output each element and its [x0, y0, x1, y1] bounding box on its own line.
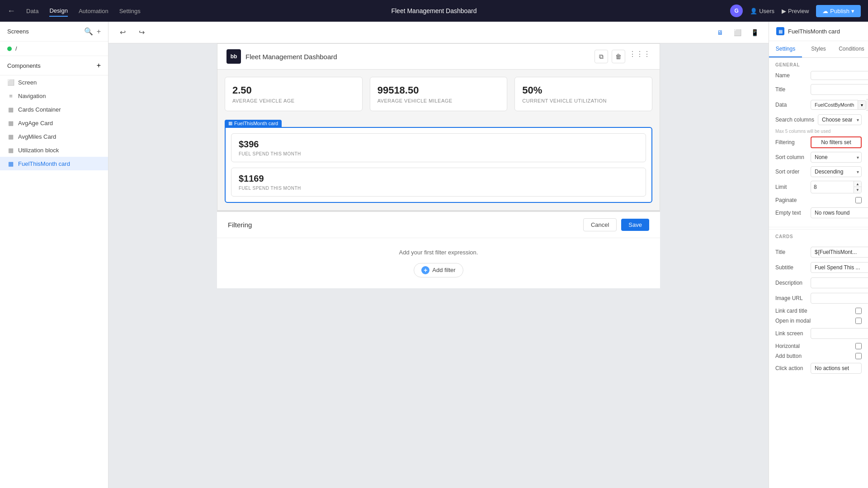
image-url-input[interactable] [811, 293, 868, 304]
open-in-modal-checkbox[interactable] [855, 318, 862, 324]
tab-settings[interactable]: Settings [769, 41, 802, 57]
filtering-panel-title: Filtering [228, 221, 252, 229]
sidebar-item-navigation[interactable]: ≡ Navigation [0, 89, 108, 103]
sort-order-select[interactable]: Descending [811, 166, 862, 177]
sidebar-item-cards-container[interactable]: ▦ Cards Container [0, 103, 108, 116]
fuel-card-2[interactable]: $1169 FUEL SPEND THIS MONTH [231, 168, 646, 197]
cancel-button[interactable]: Cancel [583, 218, 617, 231]
title-field-input[interactable] [811, 84, 868, 95]
click-action-value[interactable]: No actions set [811, 363, 862, 374]
fuel-card-container: ▦ FuelThisMonth card $396 FUEL SPEND THI… [217, 118, 660, 210]
avg-age-card[interactable]: 2.50 AVERAGE VEHICLE AGE [225, 77, 363, 111]
add-screen-icon[interactable]: + [97, 28, 101, 36]
grid-dots-icon[interactable]: ⋮⋮⋮ [629, 50, 651, 63]
filtering-field-row: Filtering No filters set [775, 136, 862, 148]
screens-actions: 🔍 + [84, 27, 101, 36]
sidebar-item-screen[interactable]: ⬜ Screen [0, 75, 108, 89]
link-screen-input[interactable] [811, 328, 868, 339]
users-button[interactable]: 👤 Users [750, 8, 774, 14]
utilization-card[interactable]: 50% CURRENT VEHICLE UTILIZATION [514, 77, 652, 111]
link-card-title-checkbox[interactable] [855, 308, 862, 314]
logo-box: bb [226, 49, 241, 64]
search-columns-select[interactable]: Choose search col... [818, 114, 862, 125]
fuel-cards-area: $396 FUEL SPEND THIS MONTH $1169 FUEL SP… [225, 127, 652, 203]
data-lightning-button[interactable]: ⚡ [866, 99, 868, 111]
preview-button[interactable]: ▶ Preview [782, 8, 809, 14]
description-label: Description [775, 280, 807, 286]
max-columns-hint: Max 5 columns will be used [775, 129, 862, 136]
canvas-area: bb Fleet Management Dashboard ⧉ 🗑 ⋮⋮⋮ 2.… [108, 43, 769, 488]
data-field-label: Data [775, 102, 807, 108]
back-button[interactable]: ← [7, 6, 15, 16]
mobile-device-button[interactable]: 📱 [748, 26, 761, 39]
tablet-device-button[interactable]: ⬜ [731, 26, 744, 39]
avg-age-value: 2.50 [232, 84, 355, 96]
dashboard-header-actions: ⧉ 🗑 ⋮⋮⋮ [594, 50, 651, 63]
empty-text-wrapper: ⚡ [811, 207, 868, 219]
screen-item-root[interactable]: / [0, 42, 108, 56]
sort-column-select[interactable]: None [811, 152, 862, 163]
sidebar-item-utilization-block[interactable]: ▦ Utilization block [0, 143, 108, 157]
subtitle-input[interactable] [811, 262, 868, 273]
sidebar-item-avgmiles-card[interactable]: ▦ AvgMiles Card [0, 130, 108, 143]
limit-input[interactable] [811, 182, 854, 192]
copy-icon-button[interactable]: ⧉ [594, 50, 608, 63]
limit-decrement[interactable]: ▼ [854, 187, 861, 193]
delete-icon-button[interactable]: 🗑 [612, 50, 625, 63]
sidebar-item-avgage-card[interactable]: ▦ AvgAge Card [0, 116, 108, 130]
publish-button[interactable]: ☁ Publish ▾ [816, 5, 861, 17]
avg-miles-value: 99518.50 [377, 84, 500, 96]
fuel-amount-1: $396 [239, 139, 638, 150]
paginate-checkbox[interactable] [855, 197, 862, 203]
fuel-card-1[interactable]: $396 FUEL SPEND THIS MONTH [231, 133, 646, 162]
dashboard-header: bb Fleet Management Dashboard ⧉ 🗑 ⋮⋮⋮ [217, 44, 660, 70]
empty-text-input[interactable] [811, 207, 868, 218]
right-panel: ▦ FuelThisMonth card Settings Styles Con… [769, 22, 868, 488]
horizontal-label: Horizontal [775, 343, 807, 349]
nav-automation[interactable]: Automation [79, 6, 108, 16]
sidebar-item-fuel-card[interactable]: ▦ FuelThisMonth card [0, 157, 108, 170]
add-filter-button[interactable]: + Add filter [414, 263, 463, 277]
data-field-dropdown[interactable]: ▾ [858, 100, 866, 110]
filtering-header: Filtering Cancel Save [217, 212, 660, 238]
card-title-input[interactable] [811, 247, 868, 258]
add-button-checkbox[interactable] [855, 353, 862, 359]
general-section: GENERAL Name Title ⚡ Data FuelCostByMont… [769, 58, 868, 225]
search-icon[interactable]: 🔍 [84, 27, 93, 36]
panel-card-icon: ▦ [776, 27, 784, 35]
horizontal-checkbox[interactable] [855, 343, 862, 349]
link-screen-row: Link screen ⚡ ▾ [775, 328, 862, 339]
redo-button[interactable]: ↪ [135, 26, 148, 39]
save-button[interactable]: Save [621, 219, 649, 231]
user-avatar[interactable]: G [730, 5, 743, 17]
paginate-row: Paginate [775, 197, 862, 203]
sort-order-row: Sort order Descending [775, 166, 862, 177]
limit-increment[interactable]: ▲ [854, 181, 861, 187]
nav-data[interactable]: Data [26, 6, 38, 16]
device-switcher: 🖥 ⬜ 📱 [713, 26, 761, 39]
subtitle-label: Subtitle [775, 264, 807, 271]
desktop-device-button[interactable]: 🖥 [713, 26, 727, 39]
avg-miles-card[interactable]: 99518.50 AVERAGE VEHICLE MILEAGE [370, 77, 508, 111]
nav-design[interactable]: Design [49, 5, 67, 17]
name-field-input[interactable] [811, 71, 868, 80]
tab-styles[interactable]: Styles [802, 41, 835, 57]
nav-settings[interactable]: Settings [119, 6, 141, 16]
open-in-modal-label: Open in modal [775, 318, 811, 324]
filter-hint-text: Add your first filter expression. [399, 249, 478, 256]
fuel-label-icon: ▦ [228, 121, 232, 126]
filtering-button[interactable]: No filters set [811, 136, 862, 148]
left-sidebar: Screens 🔍 + / Components + ⬜ Screen ≡ Na… [0, 22, 108, 488]
empty-text-row: Empty text ⚡ [775, 207, 862, 219]
limit-stepper: ▲ ▼ [854, 181, 861, 193]
sort-column-row: Sort column None [775, 152, 862, 163]
undo-button[interactable]: ↩ [116, 26, 129, 39]
dashboard-preview: bb Fleet Management Dashboard ⧉ 🗑 ⋮⋮⋮ 2.… [217, 43, 660, 211]
description-input[interactable] [811, 277, 868, 288]
publish-chevron-icon: ▾ [851, 8, 854, 14]
sort-column-label: Sort column [775, 154, 807, 160]
filtering-panel: Filtering Cancel Save Add your first fil… [217, 211, 660, 288]
data-field-value[interactable]: FuelCostByMonth [811, 100, 858, 110]
add-component-icon[interactable]: + [97, 61, 101, 70]
tab-conditions[interactable]: Conditions [835, 41, 868, 57]
